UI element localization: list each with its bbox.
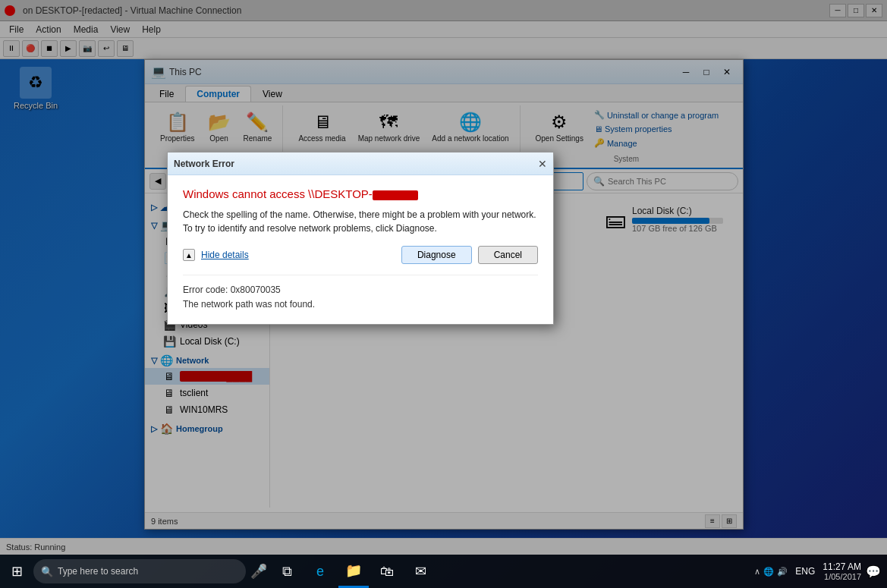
taskbar-sys-icon-group: ∧ 🌐 🔊 — [754, 567, 788, 577]
dialog-error-redacted — [373, 190, 418, 200]
dialog-overlay: Network Error ✕ Windows cannot access \\… — [0, 0, 887, 588]
dialog-cancel-btn[interactable]: Cancel — [478, 246, 538, 264]
taskbar-task-view-btn[interactable]: ⧉ — [272, 555, 302, 588]
dialog-error-detail: Error code: 0x80070035 The network path … — [183, 275, 538, 312]
dialog-body: Windows cannot access \\DESKTOP- Check t… — [168, 175, 553, 324]
taskbar-chevron-up-icon[interactable]: ∧ — [754, 567, 760, 577]
taskbar-search-box[interactable]: 🔍 Type here to search — [33, 559, 246, 583]
network-error-dialog: Network Error ✕ Windows cannot access \\… — [167, 152, 554, 325]
error-code-text: Error code: 0x80070035 — [183, 283, 538, 297]
taskbar-search-icon: 🔍 — [41, 566, 53, 577]
taskbar: ⊞ 🔍 Type here to search 🎤 ⧉ e 📁 🛍 ✉ ∧ 🌐 … — [0, 555, 887, 588]
dialog-hide-details-btn[interactable]: Hide details — [201, 250, 249, 260]
taskbar-action-center-icon[interactable]: 💬 — [866, 564, 881, 579]
dialog-close-btn[interactable]: ✕ — [538, 158, 547, 170]
dialog-details-row: ▲ Hide details Diagnose Cancel — [183, 246, 538, 264]
taskbar-edge-btn[interactable]: e — [305, 555, 335, 588]
taskbar-search-text: Type here to search — [58, 566, 138, 577]
dialog-error-prefix: Windows cannot access \\DESKTOP- — [183, 187, 373, 200]
taskbar-pinned-apps: ⧉ e 📁 🛍 ✉ — [267, 555, 440, 588]
taskbar-mic-icon[interactable]: 🎤 — [250, 563, 267, 580]
taskbar-date: 1/05/2017 — [824, 572, 861, 581]
taskbar-start-btn[interactable]: ⊞ — [0, 555, 33, 588]
taskbar-sound-icon[interactable]: 🔊 — [777, 567, 788, 577]
error-path-text: The network path was not found. — [183, 297, 538, 312]
taskbar-clock[interactable]: 11:27 AM 1/05/2017 — [823, 561, 861, 581]
taskbar-time: 11:27 AM — [823, 561, 861, 572]
dialog-description: Check the spelling of the name. Otherwis… — [183, 208, 538, 235]
taskbar-file-explorer-btn[interactable]: 📁 — [338, 555, 369, 588]
dialog-title: Network Error — [174, 159, 538, 169]
taskbar-store-btn[interactable]: 🛍 — [372, 555, 402, 588]
taskbar-mail-btn[interactable]: ✉ — [405, 555, 436, 588]
taskbar-system-tray: ∧ 🌐 🔊 ENG 11:27 AM 1/05/2017 💬 — [748, 561, 887, 581]
taskbar-network-icon[interactable]: 🌐 — [763, 567, 774, 577]
taskbar-language-indicator[interactable]: ENG — [795, 566, 815, 577]
dialog-error-title: Windows cannot access \\DESKTOP- — [183, 187, 538, 200]
dialog-collapse-btn[interactable]: ▲ — [183, 249, 195, 261]
dialog-diagnose-btn[interactable]: Diagnose — [401, 246, 472, 264]
dialog-titlebar: Network Error ✕ — [168, 153, 553, 175]
